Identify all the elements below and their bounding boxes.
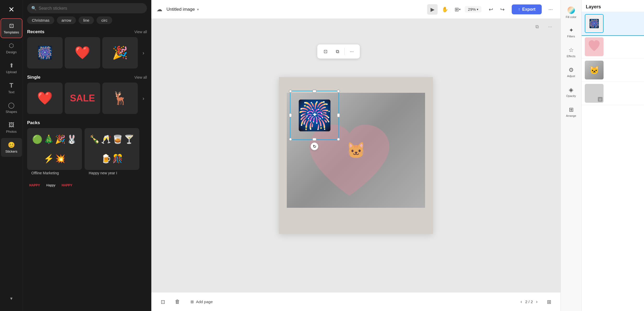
upload-icon: ⬆ [9, 62, 14, 69]
sidebar-item-photos[interactable]: 🖼 Photos [1, 118, 22, 137]
arrange-tool[interactable]: ⊞ Arrange [562, 102, 581, 121]
canvas-wrapper[interactable]: ⊡ ⧉ ··· ⧉ ··· 🐱 [151, 19, 560, 292]
zoom-caret: ▾ [477, 8, 478, 11]
tag-christmas[interactable]: Christmas [27, 16, 54, 24]
layer-item-heart[interactable] [582, 35, 644, 59]
pack-offline-marketing[interactable]: 🟢🎄🎉 🐰⚡💥 Offline Marketing [27, 128, 82, 179]
bg-placeholder-icon: ⊡ [598, 97, 603, 102]
cloud-save-icon[interactable]: ☁ [157, 6, 162, 13]
tag-circ[interactable]: circ [97, 16, 112, 24]
recents-section-header: Recents View all [23, 27, 151, 37]
recents-view-all[interactable]: View all [134, 30, 147, 34]
effects-icon: ☆ [569, 47, 574, 54]
effects-tool[interactable]: ☆ Effects [562, 43, 581, 62]
duplicate-page-btn[interactable]: ⊡ [158, 297, 168, 307]
sidebar-item-upload[interactable]: ⬆ Upload [1, 59, 22, 77]
sticker-thumb-party[interactable]: 🎉 [102, 37, 138, 68]
copy-style-btn[interactable]: ⧉ [332, 47, 342, 56]
sidebar-label-text: Text [8, 90, 15, 94]
canvas-copy-icon[interactable]: ⧉ [532, 21, 542, 32]
sidebar-item-shapes[interactable]: ◯ Shapes [1, 98, 22, 117]
pack-card-offline[interactable]: 🟢🎄🎉 🐰⚡💥 [27, 128, 82, 170]
delete-page-btn[interactable]: 🗑 [172, 297, 183, 307]
sidebar-item-templates[interactable]: ⊡ Templates [1, 19, 22, 38]
filters-tool[interactable]: ✦ Filters [562, 23, 581, 42]
rotate-handle[interactable]: ↻ [311, 142, 318, 150]
zoom-control[interactable]: 29% ▾ [465, 6, 481, 13]
single-next-arrow[interactable]: › [140, 83, 147, 114]
tag-line[interactable]: line [79, 16, 94, 24]
sidebar-item-stickers[interactable]: 😊 Stickers [1, 138, 22, 157]
sidebar-label-photos: Photos [6, 130, 16, 134]
fireworks-sticker-selected[interactable]: 🎆 ↻ [290, 91, 339, 140]
view-btn[interactable]: ⊞ ▾ [452, 4, 463, 15]
handle-tm[interactable] [312, 90, 317, 93]
single-view-all[interactable]: View all [134, 75, 147, 79]
app-logo[interactable]: ✕ [5, 3, 18, 16]
fill-color-swatch [568, 7, 575, 14]
packs-label: Packs [27, 120, 40, 125]
effects-label: Effects [567, 55, 575, 58]
photos-icon: 🖼 [9, 122, 14, 129]
pack-happy-new-year[interactable]: 🍾🥂🥃 🍸🍺🎊 Happy new year I [85, 128, 139, 179]
arrange-icon: ⊞ [569, 106, 574, 113]
sticker-single-sale[interactable]: SALE [65, 83, 100, 114]
layer-item-cat[interactable]: 🐱 [582, 59, 644, 82]
filters-label: Filters [567, 35, 575, 38]
add-page-label: Add page [196, 300, 213, 304]
handle-tl[interactable] [289, 90, 292, 93]
collapse-sidebar-btn[interactable]: ▾ [1, 289, 22, 308]
canvas-more-icon[interactable]: ··· [545, 21, 555, 32]
handle-ml[interactable] [289, 113, 292, 117]
happy-text-3[interactable]: HAPPY [59, 181, 74, 189]
grid-view-btn[interactable]: ⊞ [544, 297, 554, 307]
crop-btn[interactable]: ⊡ [320, 47, 330, 56]
add-page-btn[interactable]: ⊞ Add page [187, 297, 216, 306]
sidebar-item-design[interactable]: ⬡ Design [1, 39, 22, 57]
shapes-icon: ◯ [8, 102, 15, 109]
canvas: 🐱 [279, 77, 433, 234]
tag-arrow[interactable]: arrow [57, 16, 76, 24]
packs-section-header: Packs [23, 118, 151, 128]
export-btn[interactable]: ↑ Export [512, 4, 542, 14]
recents-next-arrow[interactable]: › [140, 37, 147, 68]
select-tool-btn[interactable]: ▶ [427, 4, 438, 15]
happy-text-2[interactable]: Happy [44, 181, 57, 189]
undo-btn[interactable]: ↩ [486, 4, 496, 15]
templates-icon: ⊡ [9, 22, 14, 29]
sticker-thumb-firework[interactable]: 🎆 [27, 37, 63, 68]
sidebar-item-text[interactable]: T Text [1, 78, 22, 97]
undo-redo: ↩ ↪ [486, 4, 508, 15]
sticker-single-reindeer[interactable]: 🦌 [102, 83, 138, 114]
opacity-tool[interactable]: ◈ Opacity [562, 83, 581, 101]
view-caret: ▾ [459, 8, 461, 11]
more-options-btn[interactable]: ··· [546, 5, 555, 14]
handle-tr[interactable] [337, 90, 340, 93]
prev-page-btn[interactable]: ‹ [521, 299, 522, 304]
firework-emoji: 🎆 [290, 91, 338, 139]
handle-br[interactable] [337, 138, 340, 141]
text-icon: T [9, 82, 13, 89]
handle-mr[interactable] [337, 113, 340, 117]
pan-tool-btn[interactable]: ✋ [440, 4, 450, 15]
layer-item-bg[interactable]: ⊡ [582, 82, 644, 105]
handle-bl[interactable] [289, 138, 292, 141]
pack-card-newyear[interactable]: 🍾🥂🥃 🍸🍺🎊 [85, 128, 139, 170]
fill-color-tool[interactable]: Fill color [562, 3, 581, 22]
layer-item-firework[interactable]: 🎆 [582, 12, 644, 35]
adjust-tool[interactable]: ⚙ Adjust [562, 63, 581, 82]
layer-thumb-heart [585, 37, 604, 56]
happy-text-1[interactable]: HAPPY [27, 181, 42, 189]
redo-btn[interactable]: ↪ [497, 4, 508, 15]
canvas-bg: 🐱 [279, 77, 433, 234]
next-page-btn[interactable]: › [536, 299, 538, 304]
handle-bm[interactable] [312, 138, 317, 141]
add-page-icon: ⊞ [190, 300, 194, 304]
sticker-thumb-heart[interactable]: ❤️ [65, 37, 100, 68]
search-input-wrapper[interactable]: 🔍 [27, 3, 147, 13]
sticker-single-heart[interactable]: ❤️ [27, 83, 63, 114]
editor-area: ☁ Untitled image ▾ ▶ ✋ ⊞ ▾ 29% ▾ ↩ ↪ ↑ E… [151, 0, 560, 311]
more-element-options-btn[interactable]: ··· [347, 47, 357, 56]
document-title[interactable]: Untitled image ▾ [166, 7, 199, 12]
search-input[interactable] [39, 6, 143, 11]
